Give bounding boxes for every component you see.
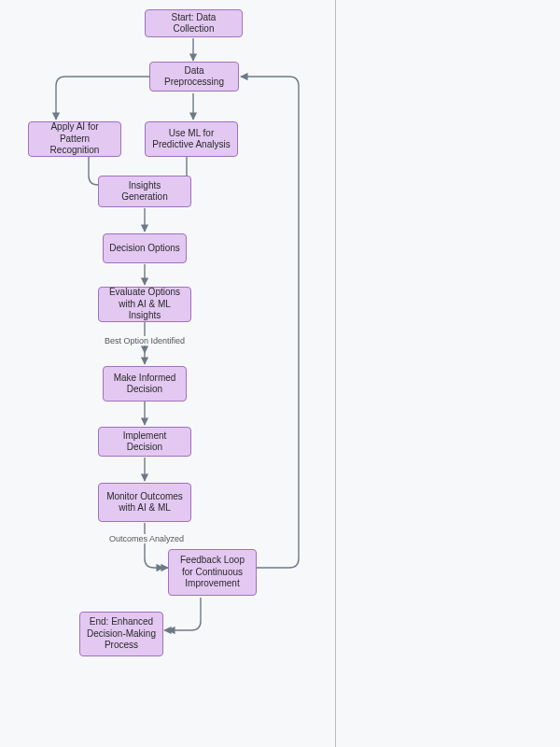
divider-line (335, 0, 336, 747)
node-label: Evaluate Options with AI & ML Insights (105, 287, 185, 322)
node-end: End: Enhanced Decision-Making Process (79, 612, 163, 656)
flowchart-canvas: Start: Data Collection Data Preprocessin… (0, 0, 560, 747)
node-label: Implement Decision (105, 430, 185, 454)
node-label: Make Informed Decision (109, 373, 180, 396)
node-label: Use ML for Predictive Analysis (151, 128, 231, 151)
node-evaluate: Evaluate Options with AI & ML Insights (98, 287, 191, 322)
node-label: Decision Options (109, 243, 180, 255)
node-label: Start: Data Collection (151, 12, 236, 35)
node-label: Monitor Outcomes with AI & ML (105, 491, 185, 514)
node-label: Data Preprocessing (156, 65, 232, 89)
edge-label-best-option: Best Option Identified (103, 336, 187, 345)
node-preprocess: Data Preprocessing (149, 62, 239, 92)
node-insights: Insights Generation (98, 176, 191, 207)
edge-label-outcomes: Outcomes Analyzed (107, 534, 186, 543)
node-feedback: Feedback Loop for Continuous Improvement (168, 549, 257, 596)
node-label: End: Enhanced Decision-Making Process (86, 616, 157, 652)
node-label: Apply AI for Pattern Recognition (35, 121, 115, 157)
node-ml-predict: Use ML for Predictive Analysis (145, 121, 238, 157)
node-label: Feedback Loop for Continuous Improvement (175, 555, 250, 590)
node-start: Start: Data Collection (145, 9, 243, 37)
node-ai-pattern: Apply AI for Pattern Recognition (28, 121, 121, 157)
node-implement: Implement Decision (98, 427, 191, 457)
node-monitor: Monitor Outcomes with AI & ML (98, 483, 191, 522)
node-make: Make Informed Decision (103, 366, 187, 402)
node-label: Insights Generation (105, 180, 185, 204)
node-options: Decision Options (103, 233, 187, 263)
